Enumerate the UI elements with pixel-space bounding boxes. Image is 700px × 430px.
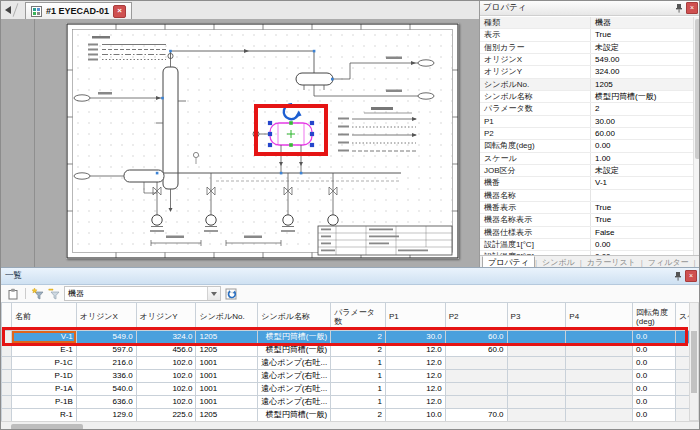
- table-cell[interactable]: P-1D: [11, 370, 76, 383]
- table-row[interactable]: P-1C216.0102.01001遠心ポンプ(右吐...112.00.0: [2, 357, 700, 370]
- column-header[interactable]: P2: [445, 303, 507, 331]
- edit-filter-icon[interactable]: [48, 288, 60, 300]
- property-row[interactable]: 表示True: [480, 29, 700, 41]
- property-row[interactable]: JOB区分未設定: [480, 165, 700, 177]
- column-header[interactable]: シンボルNo.: [196, 303, 258, 331]
- table-row[interactable]: E-1597.0456.01205横型円筒槽(一般)212.060.00.0: [2, 344, 700, 357]
- table-cell[interactable]: 12.0: [385, 344, 445, 357]
- table-cell[interactable]: 1205: [196, 331, 258, 344]
- property-row[interactable]: シンボルNo.1205: [480, 79, 700, 91]
- table-cell[interactable]: 456.0: [136, 344, 196, 357]
- property-value[interactable]: 1.00: [591, 153, 700, 164]
- table-cell[interactable]: [507, 383, 566, 396]
- properties-scrollbar[interactable]: [693, 17, 700, 255]
- property-row[interactable]: P130.00: [480, 116, 700, 128]
- table-cell[interactable]: 540.0: [76, 383, 136, 396]
- table-cell[interactable]: [566, 344, 633, 357]
- table-cell[interactable]: [566, 357, 633, 370]
- property-row[interactable]: 種類機器: [480, 17, 700, 29]
- table-cell[interactable]: 0.0: [633, 409, 676, 422]
- table-row[interactable]: P-1D336.0102.01001遠心ポンプ(右吐...112.00.0: [2, 370, 700, 383]
- tab-close-icon[interactable]: ×: [113, 5, 126, 18]
- table-cell[interactable]: 60.0: [445, 344, 507, 357]
- property-row[interactable]: 機器名称: [480, 190, 700, 202]
- properties-close-icon[interactable]: ×: [686, 2, 698, 14]
- table-cell[interactable]: 遠心ポンプ(右吐...: [258, 370, 331, 383]
- property-row[interactable]: 個別カラー未設定: [480, 42, 700, 54]
- table-cell[interactable]: 102.0: [136, 396, 196, 409]
- property-value[interactable]: 未設定: [591, 42, 700, 53]
- property-value[interactable]: 未設定: [591, 165, 700, 176]
- table-cell[interactable]: [445, 396, 507, 409]
- table-row[interactable]: P-1A540.0102.01001遠心ポンプ(右吐...112.00.0: [2, 383, 700, 396]
- table-cell[interactable]: V-1: [11, 331, 76, 344]
- table-cell[interactable]: 0.0: [633, 357, 676, 370]
- table-cell[interactable]: 60.0: [445, 331, 507, 344]
- tab-scroll-left-icon[interactable]: [5, 6, 11, 14]
- property-value[interactable]: True: [591, 214, 700, 225]
- table-cell[interactable]: 324.0: [136, 331, 196, 344]
- table-cell[interactable]: [507, 331, 566, 344]
- property-row[interactable]: シンボル名称横型円筒槽(一般): [480, 91, 700, 103]
- column-header[interactable]: P3: [507, 303, 566, 331]
- table-cell[interactable]: [566, 370, 633, 383]
- add-filter-icon[interactable]: [32, 288, 44, 300]
- refresh-list-icon[interactable]: [225, 288, 237, 300]
- table-cell[interactable]: 102.0: [136, 370, 196, 383]
- table-cell[interactable]: E-1: [11, 344, 76, 357]
- property-row[interactable]: 機器名称表示True: [480, 214, 700, 226]
- property-row[interactable]: 設計温度2[°C]0.00: [480, 251, 700, 255]
- table-cell[interactable]: 1205: [196, 344, 258, 357]
- table-cell[interactable]: P-1A: [11, 383, 76, 396]
- property-value[interactable]: 機器: [591, 17, 700, 28]
- table-cell[interactable]: [566, 331, 633, 344]
- table-cell[interactable]: 2: [331, 344, 386, 357]
- table-cell[interactable]: 216.0: [76, 357, 136, 370]
- table-cell[interactable]: 0.0: [633, 331, 676, 344]
- column-header[interactable]: 名前: [11, 303, 76, 331]
- equipment-table[interactable]: 名前オリジンXオリジンYシンボルNo.シンボル名称パラメータ数P1P2P3P4回…: [1, 302, 700, 422]
- table-cell[interactable]: 2: [331, 409, 386, 422]
- property-row[interactable]: 機番V-1: [480, 177, 700, 189]
- property-value[interactable]: 60.00: [591, 128, 700, 139]
- table-cell[interactable]: 2: [331, 331, 386, 344]
- property-value[interactable]: 0.00: [591, 239, 700, 250]
- row-selector[interactable]: [2, 357, 12, 370]
- table-cell[interactable]: 1: [331, 383, 386, 396]
- property-value[interactable]: 1205: [591, 79, 700, 90]
- table-cell[interactable]: 12.0: [385, 383, 445, 396]
- table-cell[interactable]: 1: [331, 357, 386, 370]
- table-cell[interactable]: 102.0: [136, 383, 196, 396]
- table-cell[interactable]: [566, 396, 633, 409]
- column-header[interactable]: P1: [385, 303, 445, 331]
- column-header[interactable]: シンボル名称: [258, 303, 331, 331]
- table-cell[interactable]: [445, 370, 507, 383]
- property-row[interactable]: 機番表示True: [480, 202, 700, 214]
- drawing-canvas[interactable]: [1, 19, 479, 267]
- property-value[interactable]: [591, 190, 700, 201]
- column-header[interactable]: 回転角度 (deg): [633, 303, 676, 331]
- table-cell[interactable]: [507, 370, 566, 383]
- property-value[interactable]: 0.00: [591, 140, 700, 151]
- row-selector[interactable]: [2, 409, 12, 422]
- table-cell[interactable]: 10.0: [385, 409, 445, 422]
- table-cell[interactable]: 横型円筒槽(一般): [258, 331, 331, 344]
- list-close-icon[interactable]: ×: [685, 270, 697, 282]
- table-row[interactable]: P-1B636.0102.01001遠心ポンプ(右吐...112.00.0: [2, 396, 700, 409]
- table-cell[interactable]: 1: [331, 370, 386, 383]
- table-cell[interactable]: 1001: [196, 357, 258, 370]
- table-cell[interactable]: 336.0: [76, 370, 136, 383]
- column-header[interactable]: パラメータ数: [331, 303, 386, 331]
- column-header[interactable]: P4: [566, 303, 633, 331]
- table-cell[interactable]: 横型円筒槽(一般): [258, 409, 331, 422]
- row-selector[interactable]: [2, 370, 12, 383]
- table-cell[interactable]: 225.0: [136, 409, 196, 422]
- list-pin-icon[interactable]: [674, 271, 682, 281]
- property-value[interactable]: 549.00: [591, 54, 700, 65]
- property-value[interactable]: 2: [591, 103, 700, 114]
- table-cell[interactable]: 0.0: [633, 344, 676, 357]
- table-horizontal-scrollbar[interactable]: [1, 421, 700, 430]
- table-cell[interactable]: 30.0: [385, 331, 445, 344]
- table-cell[interactable]: 横型円筒槽(一般): [258, 344, 331, 357]
- table-cell[interactable]: [507, 344, 566, 357]
